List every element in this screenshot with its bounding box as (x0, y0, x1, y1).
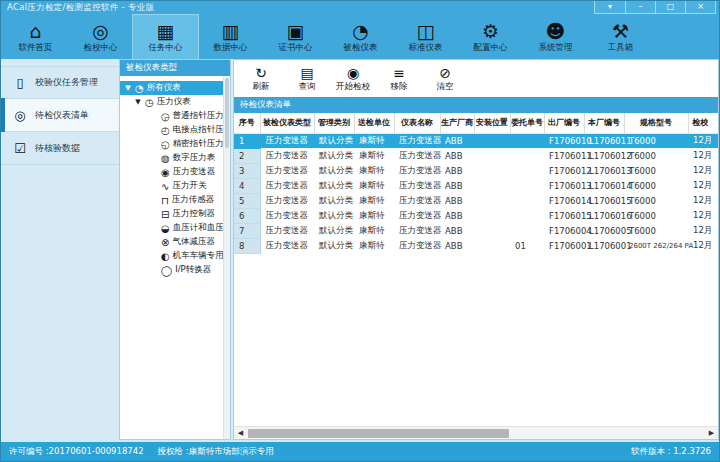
tree-node-pressure-transmitter[interactable]: ◉压力变送器 (120, 165, 230, 179)
table-cell (474, 208, 510, 223)
ip-converter-icon: ◯ (161, 265, 172, 276)
row-index-cell: 5 (234, 193, 260, 208)
column-header-出厂编号[interactable]: 出厂编号 (544, 113, 584, 133)
tree-node-precision-pointer-gauge[interactable]: ◵精密指针压力表 (120, 137, 230, 151)
column-header-检校[interactable]: 检校 (688, 113, 718, 133)
toolbar-item-checked-instruments[interactable]: ◔被检仪表 (328, 15, 393, 59)
column-header-仪表名称[interactable]: 仪表名称 (394, 113, 440, 133)
tree-node-pressure-controller[interactable]: ⊟压力控制器 (120, 207, 230, 221)
toolbar-item-config-center[interactable]: ⚙配置中心 (458, 15, 523, 59)
remove-button[interactable]: ≡移除 (378, 62, 420, 96)
maximize-icon[interactable]: □ (655, 1, 685, 13)
table-row[interactable]: 4压力变送器默认分类康斯特压力变送器ABBF1706013L1706014T60… (234, 178, 718, 193)
tree-node-pressure-sensor[interactable]: ⊓压力传感器 (120, 193, 230, 207)
column-header-本厂编号[interactable]: 本厂编号 (584, 113, 624, 133)
toolbar-item-system-management[interactable]: ☻系统管理 (523, 15, 588, 59)
toolbar-item-data-center[interactable]: ▥数据中心 (198, 15, 263, 59)
close-icon[interactable]: × (685, 1, 715, 13)
scroll-left-icon[interactable]: ◀ (234, 429, 247, 437)
tree-scrollbar-thumb[interactable] (225, 78, 229, 148)
table-cell: T6000 (624, 208, 688, 223)
collapse-arrow-icon[interactable]: ▼ (124, 84, 132, 92)
table-cell: L1706005 (584, 223, 624, 238)
table-cell: 压力变送器 (260, 223, 314, 238)
column-header-委托单号[interactable]: 委托单号 (510, 113, 544, 133)
table-cell: L1706013 (584, 163, 624, 178)
table-row[interactable]: 2压力变送器默认分类康斯特压力变送器ABBF1706011L1706012T60… (234, 148, 718, 163)
minimize-icon[interactable]: – (625, 1, 655, 13)
pending-instruments-table-area: 序号被检仪表类型管理类别送检单位仪表名称生产厂商安装位置委托单号出厂编号本厂编号… (234, 113, 718, 439)
column-header-安装位置[interactable]: 安装位置 (474, 113, 510, 133)
column-header-被检仪表类型[interactable]: 被检仪表类型 (260, 113, 314, 133)
table-row[interactable]: 6压力变送器默认分类康斯特压力变送器ABBF1706015L1706016T60… (234, 208, 718, 223)
column-header-规格型号[interactable]: 规格型号 (624, 113, 688, 133)
tree-scrollbar[interactable] (223, 76, 230, 439)
table-cell: T6000 (624, 148, 688, 163)
table-row[interactable]: 7压力变送器默认分类康斯特压力变送器ABBF1706004L1706005T60… (234, 223, 718, 238)
query-button[interactable]: ▤查询 (286, 62, 328, 96)
calendar-icon: ▦ (157, 20, 175, 42)
collapse-arrow-icon[interactable]: ▼ (134, 98, 142, 106)
dropdown-icon[interactable]: ▾ (595, 1, 625, 13)
toolbar-item-home[interactable]: ⌂软件首页 (3, 15, 68, 59)
toolbar-item-label: 数据中心 (214, 42, 248, 54)
start-calibration-button[interactable]: ◉开始检校 (332, 62, 374, 96)
check-edit-icon: ☑ (13, 141, 27, 156)
sidebar-item-pending-verification-data[interactable]: ☑待核验数据 (1, 132, 119, 165)
tree-node-label: 电接点指针压力表 (173, 124, 230, 136)
clear-button[interactable]: ⊘清空 (424, 62, 466, 96)
table-row[interactable]: 5压力变送器默认分类康斯特压力变送器ABBF1706014L1706015T60… (234, 193, 718, 208)
tree-node-digital-pressure-gauge[interactable]: ◍数字压力表 (120, 151, 230, 165)
tree-node-ip-converter[interactable]: ◯I/P转换器 (120, 263, 230, 277)
column-header-生产厂商[interactable]: 生产厂商 (440, 113, 474, 133)
column-header-管理类别[interactable]: 管理类别 (314, 113, 354, 133)
scrollbar-thumb[interactable] (248, 429, 509, 438)
tree-node-blood-pressure-meter[interactable]: ◒血压计和血压表 (120, 221, 230, 235)
tree-node-pressure-instruments[interactable]: ▼◷压力仪表 (120, 95, 230, 109)
table-cell: F1706010 (544, 133, 584, 148)
table-cell: 12月 (688, 208, 718, 223)
table-cell (474, 178, 510, 193)
tree-node-locomotive-pressure-gauge[interactable]: ◐机车车辆专用压力表 (120, 249, 230, 263)
column-header-送检单位[interactable]: 送检单位 (354, 113, 394, 133)
table-cell (474, 223, 510, 238)
refresh-button[interactable]: ↻刷新 (240, 62, 282, 96)
instrument-type-tree: ▼◔所有仪表▼◷压力仪表◶普通指针压力表◴电接点指针压力表◵精密指针压力表◍数字… (120, 76, 230, 439)
column-header-序号[interactable]: 序号 (234, 113, 260, 133)
toolbar-item-standard-instruments[interactable]: ◫标准仪表 (393, 15, 458, 59)
table-cell: ABB (440, 238, 474, 253)
table-cell: 12月 (688, 223, 718, 238)
tree-node-all-instruments[interactable]: ▼◔所有仪表 (120, 81, 230, 95)
refresh-icon: ↻ (255, 65, 267, 81)
toolbar-item-calibration-center[interactable]: ◎检校中心 (68, 15, 133, 59)
tree-node-pressure-switch[interactable]: ∿压力开关 (120, 179, 230, 193)
tree-node-electric-contact-pointer-gauge[interactable]: ◴电接点指针压力表 (120, 123, 230, 137)
tree-node-gas-regulator[interactable]: ⊗气体减压器 (120, 235, 230, 249)
sidebar-item-label: 待核验数据 (35, 142, 80, 155)
table-row[interactable]: 1压力变送器默认分类康斯特压力变送器ABBF1706010L1706011T60… (234, 133, 718, 148)
table-cell: 默认分类 (314, 208, 354, 223)
table-cell (510, 193, 544, 208)
sidebar-item-calibrator-task-management[interactable]: ▯校验仪任务管理 (1, 66, 119, 99)
table-cell: 压力变送器 (394, 238, 440, 253)
toolbar-item-label: 证书中心 (279, 42, 313, 54)
scroll-right-icon[interactable]: ▶ (705, 429, 718, 437)
table-cell (510, 148, 544, 163)
toolbar-item-task-center[interactable]: ▦任务中心 (133, 15, 198, 59)
status-bar: 许可编号 :20170601-000918742 授权给 :康斯特市场部演示专用… (1, 442, 719, 461)
table-row[interactable]: 8压力变送器默认分类康斯特压力变送器ABB01F1706001L17060012… (234, 238, 718, 253)
table-row[interactable]: 3压力变送器默认分类康斯特压力变送器ABBF1706012L1706013T60… (234, 163, 718, 178)
tree-node-pointer-pressure-gauge[interactable]: ◶普通指针压力表 (120, 109, 230, 123)
toolbar-item-certificate-center[interactable]: ▣证书中心 (263, 15, 328, 59)
toolbar-item-toolbox[interactable]: ⚒工具箱 (588, 15, 653, 59)
table-cell: F1706013 (544, 178, 584, 193)
sidebar-item-pending-instrument-list[interactable]: ◎待检仪表清单 (1, 99, 119, 132)
application-window: ACal压力检定/检测监控软件 - 专业版 ▾–□× ⌂软件首页◎检校中心▦任务… (0, 0, 720, 462)
table-cell: 康斯特 (354, 133, 394, 148)
table-cell: L1706012 (584, 148, 624, 163)
action-toolbar: ↻刷新▤查询◉开始检校≡移除⊘清空 (234, 60, 718, 97)
scrollbar-track[interactable] (247, 429, 705, 438)
table-cell: T6000 (624, 223, 688, 238)
table-cell: T6000 (624, 133, 688, 148)
horizontal-scrollbar[interactable]: ◀ ▶ (234, 426, 718, 439)
